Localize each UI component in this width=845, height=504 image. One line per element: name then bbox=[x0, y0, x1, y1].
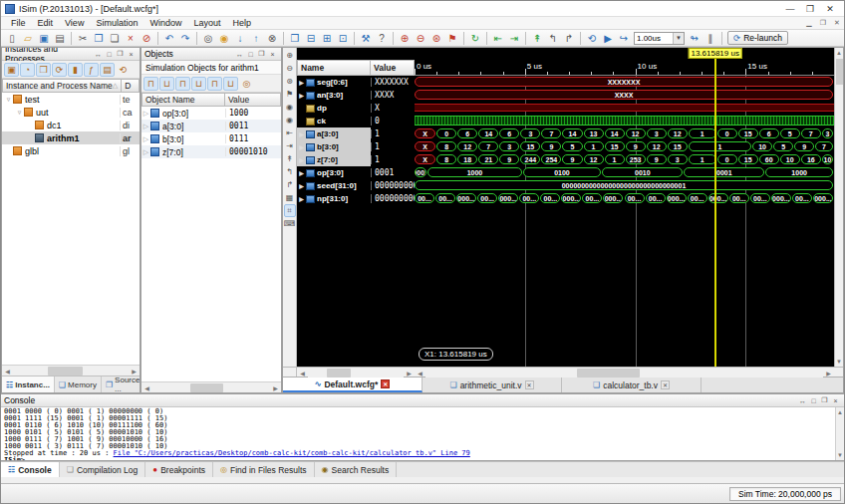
wave-goto-end-icon[interactable]: ⇥ bbox=[284, 139, 296, 152]
object-row-z70[interactable]: ▷z[7:0]00001010 bbox=[141, 145, 281, 158]
expander-icon[interactable]: ▶ bbox=[297, 156, 306, 163]
mdi-minimize-button[interactable]: ▁ bbox=[802, 18, 816, 28]
expander-icon[interactable]: ▷ bbox=[141, 135, 150, 143]
cut-icon[interactable]: ✂ bbox=[75, 31, 91, 46]
signal-row-a30[interactable]: ▶a[3:0]1 bbox=[297, 127, 415, 140]
relaunch-button[interactable]: ⟳Re-launch bbox=[727, 31, 788, 45]
undo-icon[interactable]: ↶ bbox=[161, 31, 177, 46]
object-row-a30[interactable]: ▷a[3:0]0011 bbox=[141, 120, 281, 132]
waveform-row-z[interactable]: X818219244254912125393101560101610 bbox=[415, 153, 834, 166]
expander-icon[interactable]: ▿ bbox=[15, 109, 24, 117]
panel-tab-memory[interactable]: ❏Memory bbox=[55, 377, 102, 392]
filter-constants-icon[interactable]: ⊓ bbox=[207, 77, 222, 91]
tool-tab-compilation-log[interactable]: ❏Compilation Log bbox=[60, 462, 146, 477]
paste-icon[interactable]: ❏ bbox=[107, 31, 123, 46]
waveform-row-seg[interactable]: XXXXXXX bbox=[415, 76, 834, 89]
wave-next-marker-icon[interactable]: ↱ bbox=[284, 178, 296, 191]
break-icon[interactable]: ∥ bbox=[703, 31, 718, 46]
find-in-files-icon[interactable]: ◉ bbox=[216, 31, 232, 46]
scroll-left-icon[interactable]: ◀ bbox=[141, 382, 152, 392]
scroll-up-icon[interactable]: ▲ bbox=[834, 48, 844, 58]
instances-close-button[interactable]: × bbox=[126, 51, 137, 58]
sim-step-input[interactable] bbox=[635, 33, 673, 44]
tree-row-uut[interactable]: ▿uutca bbox=[2, 106, 140, 119]
show-modules-icon[interactable]: ▤ bbox=[100, 63, 115, 77]
find-icon[interactable]: ◎ bbox=[200, 31, 216, 46]
instances-unit-column-header[interactable]: D bbox=[122, 79, 140, 93]
tool-tab-console[interactable]: ☷Console bbox=[1, 462, 60, 477]
expander-icon[interactable]: ▶ bbox=[297, 182, 306, 189]
scroll-up-icon[interactable]: ▲ bbox=[835, 407, 845, 417]
tree-row-arithm1[interactable]: arithm1ar bbox=[2, 131, 140, 144]
panel-tab-instanc[interactable]: ☷Instanc... bbox=[2, 377, 55, 392]
objects-hscrollbar[interactable]: ◀ ▶ bbox=[141, 381, 281, 392]
wave-marker-icon[interactable]: ↟ bbox=[284, 152, 296, 165]
signal-row-z70[interactable]: ▶z[7:0]1 bbox=[297, 153, 415, 166]
show-functions-icon[interactable]: ƒ bbox=[84, 63, 99, 77]
menu-item-edit[interactable]: Edit bbox=[32, 18, 60, 28]
objects-dock-button[interactable]: ❐ bbox=[256, 50, 267, 58]
console-vscrollbar[interactable]: ▲ ▼ bbox=[835, 407, 844, 460]
wave-prev-transition-icon[interactable]: ◉ bbox=[284, 101, 296, 114]
sim-step-combo[interactable]: ▼ bbox=[634, 32, 685, 45]
wave-keyboard-icon[interactable]: ⌨ bbox=[284, 217, 296, 230]
signal-row-seg06[interactable]: ▶seg[0:6]XXXXXXX bbox=[297, 76, 415, 89]
instances-name-column-header[interactable]: Instance and Process Name △ bbox=[2, 79, 122, 93]
filter-outputs-icon[interactable]: ⊔ bbox=[159, 77, 174, 91]
show-globe-icon[interactable]: ◔ bbox=[20, 63, 35, 77]
scroll-down-icon[interactable]: ▼ bbox=[835, 450, 845, 460]
tree-row-glbl[interactable]: glblgl bbox=[2, 144, 140, 157]
wave-canvas[interactable]: 13.615819 us 0 us5 us10 us15 us XXXXXXXX… bbox=[415, 48, 834, 367]
run-for-time-icon[interactable]: ↪ bbox=[616, 31, 632, 46]
object-row-b30[interactable]: ▷b[3:0]0111 bbox=[141, 132, 281, 145]
zoom-marker-icon[interactable]: ⚑ bbox=[444, 31, 460, 46]
signal-row-seed310[interactable]: ▶seed[31:0]0000000000 bbox=[297, 179, 415, 192]
instances-dock-button[interactable]: ❐ bbox=[115, 50, 126, 58]
object-row-op30[interactable]: ▷op[3:0]1000 bbox=[141, 107, 281, 120]
find-prev-icon[interactable]: ↑ bbox=[248, 31, 264, 46]
instances-hscrollbar[interactable]: ◀ ▶ bbox=[2, 365, 140, 376]
wave-zoom-in-icon[interactable]: ⊕ bbox=[284, 49, 296, 62]
tool-tab-find-in-files-results[interactable]: ◎Find in Files Results bbox=[213, 462, 315, 477]
expander-icon[interactable]: ▶ bbox=[297, 195, 306, 202]
menu-item-simulation[interactable]: Simulation bbox=[90, 18, 143, 28]
filter-variables-icon[interactable]: ⊔ bbox=[223, 77, 238, 91]
tree-row-dc1[interactable]: dc1di bbox=[2, 119, 140, 131]
refresh-tree-icon[interactable]: ⟲ bbox=[116, 63, 131, 77]
objects-float-button[interactable]: ↔ bbox=[234, 51, 245, 58]
doc-tab-defaultwcfg[interactable]: ∿Default.wcfg*✕ bbox=[283, 378, 422, 392]
menu-item-help[interactable]: Help bbox=[226, 18, 257, 28]
restore-button[interactable]: ❐ bbox=[800, 3, 820, 15]
console-close-button[interactable]: × bbox=[830, 397, 841, 404]
wave-prev-marker-icon[interactable]: ↰ bbox=[284, 165, 296, 178]
copy-icon[interactable]: ❐ bbox=[91, 31, 107, 46]
source-file-link[interactable]: File "C:/Users/practicas/Desktop/comb-ca… bbox=[114, 449, 470, 457]
objects-value-column-header[interactable]: Value bbox=[225, 93, 281, 107]
menu-item-layout[interactable]: Layout bbox=[187, 18, 226, 28]
objects-name-column-header[interactable]: Object Name bbox=[141, 93, 225, 107]
find-next-icon[interactable]: ↓ bbox=[232, 31, 248, 46]
show-variables-icon[interactable]: ▮ bbox=[68, 63, 83, 77]
waveform-row-dp[interactable] bbox=[415, 102, 834, 115]
doc-tab-arithmeticunitv[interactable]: ❏arithmetic_unit.v✕ bbox=[422, 378, 562, 392]
insert-marker-icon[interactable]: ↟ bbox=[529, 31, 545, 46]
mdi-restore-button[interactable]: ❐ bbox=[816, 18, 830, 28]
run-all-icon[interactable]: ▶ bbox=[600, 31, 616, 46]
filter-inouts-icon[interactable]: ⊓ bbox=[175, 77, 190, 91]
expander-icon[interactable]: ▷ bbox=[141, 110, 150, 118]
zoom-fit-icon[interactable]: ⊛ bbox=[428, 31, 444, 46]
mdi-close-button[interactable]: ✕ bbox=[830, 18, 844, 28]
close-button[interactable]: ✕ bbox=[820, 3, 840, 15]
console-dock-button[interactable]: ❐ bbox=[819, 396, 830, 404]
disable-icon[interactable]: ⊘ bbox=[139, 31, 154, 46]
tool-tab-breakpoints[interactable]: ●Breakpoints bbox=[145, 462, 213, 477]
step-icon[interactable]: ↬ bbox=[687, 31, 703, 46]
prev-marker-icon[interactable]: ↰ bbox=[545, 31, 561, 46]
waveform-row-an[interactable]: XXXX bbox=[415, 89, 834, 102]
reload-icon[interactable]: ↻ bbox=[467, 31, 483, 46]
expander-icon[interactable]: ▶ bbox=[297, 130, 306, 137]
signal-row-op30[interactable]: ▶op[3:0]0001 bbox=[297, 166, 415, 179]
stop-find-icon[interactable]: ⊗ bbox=[264, 31, 280, 46]
zoom-in-icon[interactable]: ⊕ bbox=[397, 31, 413, 46]
chevron-down-icon[interactable]: ▼ bbox=[673, 33, 684, 44]
